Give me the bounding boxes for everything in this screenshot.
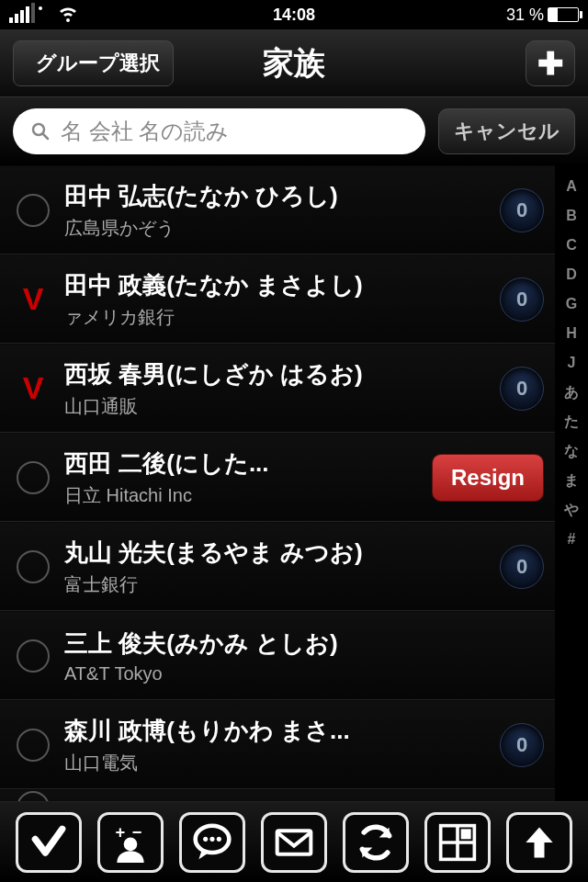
search-icon — [29, 120, 51, 142]
section-index[interactable]: ABCDGHJあたなまや# — [555, 165, 588, 801]
svg-point-4 — [123, 837, 137, 851]
count-badge[interactable]: 0 — [500, 367, 544, 411]
battery-indicator: 31 % — [506, 6, 579, 25]
back-button[interactable]: グループ選択 — [13, 40, 174, 86]
contact-name: 田中 弘志(たなか ひろし) — [64, 180, 485, 212]
selection-circle[interactable] — [17, 791, 50, 801]
signal-icon — [9, 6, 42, 23]
contact-subtitle: 日立 Hitachi Inc — [64, 483, 417, 508]
index-letter[interactable]: # — [568, 526, 576, 553]
contact-name: 三上 俊夫(みかみ としお) — [64, 628, 544, 660]
resign-button[interactable]: Resign — [432, 454, 544, 502]
toolbar-scroll-top[interactable] — [506, 812, 572, 873]
contact-subtitle: 富士銀行 — [64, 572, 485, 597]
index-letter[interactable]: D — [566, 261, 577, 288]
svg-point-6 — [203, 836, 208, 841]
selection-circle[interactable] — [17, 729, 50, 762]
status-bar: 14:08 31 % — [0, 0, 588, 29]
contact-row[interactable]: V田中 政義(たなか まさよし)ァメリカ銀行0 — [0, 254, 555, 344]
index-letter[interactable]: B — [566, 202, 577, 230]
index-letter[interactable]: た — [564, 408, 579, 435]
index-letter[interactable]: H — [566, 320, 577, 347]
index-letter[interactable]: G — [566, 290, 577, 318]
contact-list[interactable]: 田中 弘志(たなか ひろし)広島県かぞう0V田中 政義(たなか まさよし)ァメリ… — [0, 165, 555, 801]
person-plus-minus-icon: +− — [110, 822, 151, 863]
search-input[interactable] — [61, 119, 409, 144]
toolbar-edit-group[interactable]: +− — [97, 812, 164, 873]
contact-name: 丸山 光夫(まるやま みつお) — [64, 537, 485, 569]
contact-subtitle: ァメリカ銀行 — [64, 305, 485, 330]
page-title: 家族 — [263, 42, 325, 85]
contact-subtitle: 山口通販 — [64, 394, 485, 419]
selection-circle[interactable] — [17, 194, 50, 227]
contact-row[interactable]: 丸山 光夫(まるやま みつお)富士銀行0 — [0, 522, 555, 611]
selection-circle[interactable] — [17, 550, 50, 583]
arrow-up-icon — [519, 822, 560, 863]
contact-row[interactable]: 西田 二後(にした...日立 Hitachi IncResign — [0, 433, 555, 522]
add-button[interactable]: ✚ — [526, 40, 575, 86]
selection-circle[interactable] — [17, 461, 50, 494]
svg-point-8 — [217, 836, 221, 841]
contact-subtitle: 山口電気 — [64, 751, 485, 775]
count-badge[interactable]: 0 — [500, 188, 544, 232]
svg-line-1 — [43, 134, 48, 139]
cancel-button[interactable]: キャンセル — [438, 108, 575, 154]
status-time: 14:08 — [273, 6, 315, 25]
index-letter[interactable]: ま — [564, 467, 579, 494]
contact-row[interactable]: 森川 政博(もりかわ まさ...山口電気0 — [0, 700, 555, 789]
check-icon — [28, 822, 69, 863]
search-bar: キャンセル — [0, 97, 588, 165]
contact-name: 田中 政義(たなか まさよし) — [64, 269, 485, 301]
svg-text:+: + — [115, 822, 125, 842]
plus-icon: ✚ — [537, 45, 563, 82]
speech-bubble-icon — [192, 822, 232, 863]
svg-point-7 — [209, 836, 214, 841]
contact-subtitle: AT&T Tokyo — [64, 663, 544, 684]
count-badge[interactable]: 0 — [500, 545, 544, 589]
contact-name: 西田 二後(にした... — [64, 447, 417, 480]
index-letter[interactable]: あ — [564, 379, 579, 406]
index-letter[interactable]: な — [564, 437, 579, 465]
sync-icon — [356, 822, 396, 863]
count-badge[interactable]: 0 — [500, 277, 544, 322]
nav-bar: グループ選択 家族 ✚ — [0, 29, 588, 97]
contact-row[interactable]: V西坂 春男(にしざか はるお)山口通販0 — [0, 344, 555, 433]
toolbar-select-all[interactable] — [16, 812, 82, 873]
index-letter[interactable]: J — [568, 349, 576, 377]
toolbar-grid[interactable] — [424, 812, 491, 873]
contact-row[interactable]: 田中 弘志(たなか ひろし)広島県かぞう0 — [0, 165, 555, 254]
index-letter[interactable]: C — [566, 232, 577, 259]
checkmark-icon[interactable]: V — [17, 372, 50, 405]
index-letter[interactable]: A — [566, 173, 577, 200]
index-letter[interactable]: や — [564, 496, 579, 524]
contact-name: 西坂 春男(にしざか はるお) — [64, 358, 485, 390]
bottom-toolbar: +− — [0, 801, 588, 882]
toolbar-mail[interactable] — [261, 812, 327, 873]
toolbar-sms[interactable] — [179, 812, 245, 873]
contact-row[interactable]: 三上 俊夫(みかみ としお)AT&T Tokyo — [0, 611, 555, 700]
svg-rect-13 — [461, 829, 471, 839]
envelope-icon — [274, 822, 314, 863]
toolbar-sync[interactable] — [343, 812, 409, 873]
selection-circle[interactable] — [17, 639, 50, 673]
contact-subtitle: 広島県かぞう — [64, 216, 485, 241]
search-field-wrap[interactable] — [13, 108, 425, 154]
count-badge[interactable]: 0 — [500, 723, 544, 767]
grid-icon — [437, 822, 478, 863]
wifi-icon — [57, 2, 79, 28]
contact-row[interactable] — [0, 789, 555, 801]
contact-list-area: 田中 弘志(たなか ひろし)広島県かぞう0V田中 政義(たなか まさよし)ァメリ… — [0, 165, 588, 801]
checkmark-icon[interactable]: V — [17, 283, 50, 316]
contact-name: 森川 政博(もりかわ まさ... — [64, 715, 485, 747]
